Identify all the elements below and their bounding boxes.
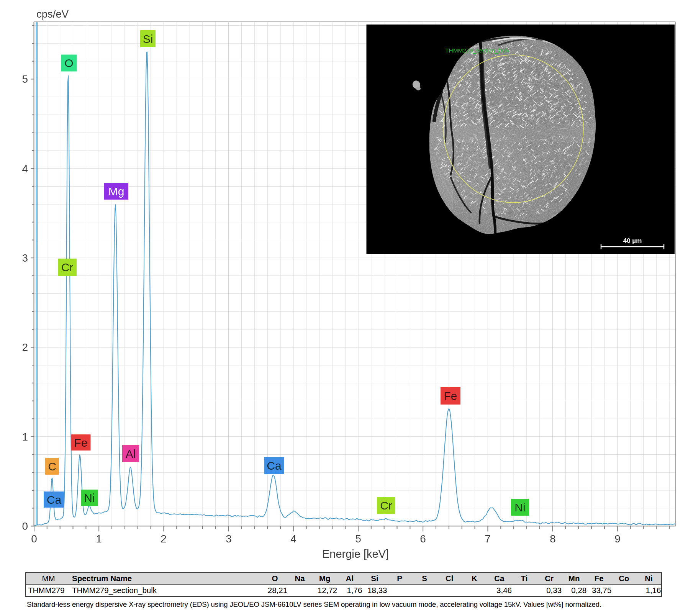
svg-text:9: 9 — [614, 533, 621, 545]
svg-text:2: 2 — [22, 341, 28, 353]
svg-text:Fe: Fe — [444, 390, 457, 402]
svg-text:0: 0 — [22, 520, 28, 532]
svg-text:Energie [keV]: Energie [keV] — [322, 548, 389, 560]
svg-text:Ca: Ca — [47, 493, 62, 506]
svg-text:Mg: Mg — [108, 185, 124, 198]
svg-text:6: 6 — [420, 533, 426, 545]
svg-text:C: C — [48, 460, 56, 473]
svg-text:Fe: Fe — [74, 436, 87, 449]
svg-text:40 µm: 40 µm — [623, 237, 642, 244]
svg-text:4: 4 — [22, 163, 28, 175]
svg-text:4: 4 — [290, 533, 296, 545]
svg-text:3: 3 — [226, 533, 232, 545]
svg-text:5: 5 — [355, 533, 361, 545]
svg-text:1: 1 — [96, 533, 102, 545]
svg-text:1: 1 — [22, 431, 28, 443]
svg-text:7: 7 — [485, 533, 491, 545]
svg-text:Al: Al — [126, 447, 136, 460]
svg-text:Cr: Cr — [380, 499, 392, 512]
svg-text:2: 2 — [161, 533, 167, 545]
svg-text:Cr: Cr — [61, 261, 74, 274]
svg-text:THMM279_section_bulk: THMM279_section_bulk — [445, 47, 509, 54]
svg-text:3: 3 — [22, 252, 28, 264]
svg-text:0: 0 — [31, 533, 37, 545]
svg-text:5: 5 — [22, 73, 28, 85]
svg-text:8: 8 — [550, 533, 556, 545]
svg-text:Ni: Ni — [84, 491, 95, 504]
svg-text:Si: Si — [143, 33, 153, 45]
svg-text:Ca: Ca — [267, 459, 282, 472]
svg-text:O: O — [64, 57, 73, 69]
svg-text:Ni: Ni — [514, 501, 525, 514]
svg-text:cps/eV: cps/eV — [36, 8, 69, 20]
